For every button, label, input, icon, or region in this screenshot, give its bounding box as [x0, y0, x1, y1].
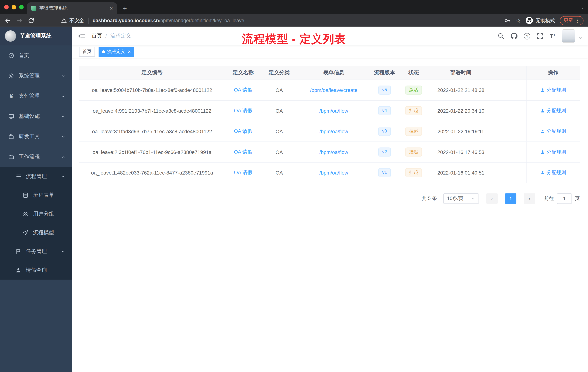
chevron-up-icon	[61, 174, 65, 178]
avatar-caret-icon[interactable]	[578, 34, 582, 41]
sidebar-item-label: 研发工具	[19, 133, 40, 140]
form-link[interactable]: /bpm/oa/flow	[319, 170, 348, 175]
deploy-time: 2022-01-16 01:40:51	[429, 163, 493, 183]
status-badge: 挂起	[405, 127, 422, 136]
search-icon[interactable]	[498, 33, 504, 39]
goto-page-input[interactable]	[557, 193, 572, 204]
definition-name-link[interactable]: OA 请假	[234, 128, 252, 135]
definition-name-link[interactable]: OA 请假	[234, 87, 252, 93]
assign-rule-link[interactable]: 分配规则	[540, 87, 566, 93]
chevron-up-icon	[61, 155, 65, 159]
sidebar-item-process-management[interactable]: 流程管理	[0, 167, 72, 186]
user-avatar[interactable]	[562, 29, 575, 43]
sidebar-collapse-icon[interactable]	[78, 32, 85, 40]
browser-tabstrip: 芋道管理系统 × + ⌄	[0, 0, 588, 14]
tab-close-icon[interactable]: ×	[110, 6, 113, 11]
form-link[interactable]: /bpm/oa/flow	[319, 149, 348, 155]
sidebar-item-infrastructure[interactable]: 基础设施	[0, 106, 72, 127]
browser-tab[interactable]: 芋道管理系统 ×	[27, 2, 117, 14]
sidebar-item-workflow[interactable]: 工作流程	[0, 147, 72, 167]
goto-label: 前往	[544, 195, 554, 202]
new-tab-button[interactable]: +	[120, 3, 130, 13]
sidebar-item-process-form[interactable]: 流程表单	[0, 186, 72, 205]
column-header-category: 定义分类	[262, 66, 297, 79]
assign-rule-link[interactable]: 分配规则	[540, 149, 566, 155]
sidebar-item-leave-query[interactable]: 请假查询	[0, 261, 72, 280]
zoom-window-button[interactable]	[19, 5, 24, 10]
assign-rule-link[interactable]: 分配规则	[540, 107, 566, 114]
assign-rule-link[interactable]: 分配规则	[540, 128, 566, 135]
app-title: 芋道管理系统	[20, 33, 51, 39]
column-header-name: 定义名称	[225, 66, 262, 79]
version-badge: v4	[378, 106, 390, 115]
form-link[interactable]: /bpm/oa/leave/create	[310, 87, 357, 93]
window-controls	[4, 5, 24, 10]
security-indicator[interactable]: 不安全	[61, 17, 84, 24]
tag-close-icon[interactable]: ×	[128, 49, 131, 54]
sidebar-menu: 首页 系统管理 ¥ 支付管理 基础设施	[0, 45, 72, 280]
fullscreen-icon[interactable]	[537, 33, 544, 39]
app-header: 首页 / 流程定义 ? TT	[72, 27, 588, 45]
tag-label: 首页	[83, 48, 92, 55]
status-badge: 挂起	[405, 168, 422, 177]
minimize-window-button[interactable]	[12, 5, 16, 10]
key-icon[interactable]	[504, 17, 511, 24]
page-size-value: 10条/页	[447, 195, 464, 202]
definition-category: OA	[262, 163, 297, 183]
breadcrumb-home[interactable]: 首页	[92, 33, 102, 39]
sidebar-item-label: 工作流程	[19, 153, 40, 160]
user-icon	[540, 109, 545, 113]
url-host: dashboard.yudao.iocoder.cn	[93, 18, 159, 23]
page-size-select[interactable]: 10条/页	[443, 193, 479, 204]
sidebar-item-label: 请假查询	[26, 267, 47, 274]
font-size-icon[interactable]: TT	[550, 33, 555, 39]
sidebar-item-process-model[interactable]: 流程模型	[0, 223, 72, 242]
table-row: oa_leave:3:1fad3d93-7b75-11ec-a3c8-acde4…	[79, 121, 580, 142]
bookmark-star-icon[interactable]: ☆	[515, 17, 521, 23]
definition-name-link[interactable]: OA 请假	[234, 149, 252, 155]
column-header-deploy-time: 部署时间	[429, 66, 493, 79]
sidebar-item-user-group[interactable]: 用户分组	[0, 205, 72, 223]
update-button[interactable]: 更新 ⋮	[560, 16, 583, 25]
active-tag-dot	[102, 50, 105, 53]
sidebar-item-system[interactable]: 系统管理	[0, 66, 72, 86]
close-window-button[interactable]	[4, 5, 9, 10]
sidebar-item-task-management[interactable]: 任务管理	[0, 242, 72, 261]
definition-name-link[interactable]: OA 请假	[234, 107, 252, 114]
sidebar-item-label: 支付管理	[19, 93, 40, 99]
tag-home[interactable]: 首页	[79, 47, 95, 57]
browser-menu-icon[interactable]: ⋮	[575, 18, 580, 23]
back-icon[interactable]	[5, 17, 11, 24]
prev-page-button[interactable]: ‹	[486, 193, 498, 204]
definition-name-link[interactable]: OA 请假	[234, 169, 252, 176]
definition-category: OA	[262, 101, 297, 121]
definition-id: oa_leave:4:991f2193-7b7f-11ec-a3c8-acde4…	[79, 101, 225, 121]
form-link[interactable]: /bpm/oa/flow	[319, 129, 348, 134]
users-icon	[22, 211, 29, 217]
status-badge: 挂起	[405, 148, 422, 156]
sidebar-item-home[interactable]: 首页	[0, 45, 72, 66]
reload-icon[interactable]	[28, 17, 34, 24]
sidebar-item-payment[interactable]: ¥ 支付管理	[0, 86, 72, 106]
incognito-label: 无痕模式	[536, 17, 555, 24]
tag-process-definition[interactable]: 流程定义 ×	[99, 47, 134, 57]
page-number-1[interactable]: 1	[505, 193, 516, 204]
sidebar-logo[interactable]: 芋道管理系统	[0, 27, 72, 45]
help-icon[interactable]: ?	[524, 33, 530, 39]
github-icon[interactable]	[511, 33, 518, 39]
user-icon	[540, 129, 545, 134]
form-link[interactable]: /bpm/oa/flow	[319, 108, 348, 114]
table-row: oa_leave:1:482ec033-762a-11ec-8477-a2380…	[79, 163, 580, 183]
version-badge: v5	[378, 86, 390, 95]
column-header-version: 流程版本	[370, 66, 399, 79]
assign-rule-link[interactable]: 分配规则	[540, 169, 566, 176]
tab-search-caret-icon[interactable]: ⌄	[581, 5, 584, 10]
forward-icon[interactable]	[16, 17, 23, 24]
address-bar[interactable]: dashboard.yudao.iocoder.cn/bpm/manager/d…	[93, 18, 504, 23]
chevron-down-icon	[61, 114, 65, 119]
next-page-button[interactable]: ›	[524, 193, 535, 204]
sidebar-item-devtools[interactable]: 研发工具	[0, 127, 72, 147]
sidebar-item-label: 任务管理	[26, 248, 47, 255]
definition-id: oa_leave:3:1fad3d93-7b75-11ec-a3c8-acde4…	[79, 121, 225, 142]
paper-plane-icon	[22, 230, 29, 236]
